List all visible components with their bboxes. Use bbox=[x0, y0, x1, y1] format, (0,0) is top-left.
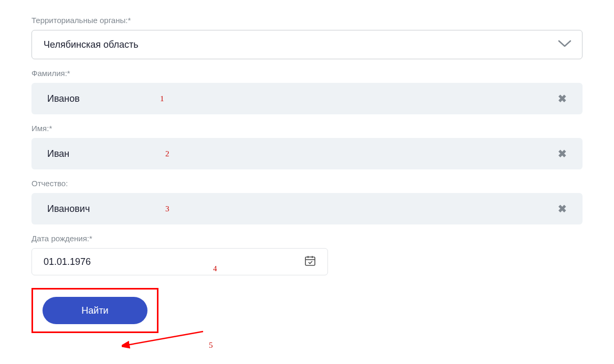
clear-patronymic-icon[interactable]: ✖ bbox=[558, 202, 567, 215]
search-button[interactable]: Найти bbox=[43, 297, 147, 324]
firstname-value: Иван bbox=[47, 148, 558, 159]
territory-select[interactable]: Челябинская область bbox=[31, 30, 583, 59]
svg-line-4 bbox=[127, 331, 203, 345]
birthdate-label: Дата рождения:* bbox=[31, 234, 583, 243]
patronymic-input[interactable]: Иванович 3 ✖ bbox=[31, 193, 583, 224]
birthdate-input[interactable]: 01.01.1976 4 bbox=[31, 248, 328, 275]
svg-rect-0 bbox=[305, 257, 315, 265]
lastname-label: Фамилия:* bbox=[31, 69, 583, 78]
chevron-down-icon bbox=[558, 39, 571, 50]
clear-lastname-icon[interactable]: ✖ bbox=[558, 92, 567, 105]
firstname-input[interactable]: Иван 2 ✖ bbox=[31, 138, 583, 169]
territory-label: Территориальные органы:* bbox=[31, 16, 583, 25]
lastname-input[interactable]: Иванов 1 ✖ bbox=[31, 83, 583, 114]
birthdate-value: 01.01.1976 bbox=[44, 256, 304, 267]
calendar-icon[interactable] bbox=[304, 255, 316, 269]
annotation-5: 5 bbox=[209, 341, 213, 349]
lastname-value: Иванов bbox=[47, 93, 558, 104]
patronymic-value: Иванович bbox=[47, 204, 558, 215]
firstname-label: Имя:* bbox=[31, 124, 583, 133]
submit-highlight-box: Найти bbox=[31, 288, 158, 333]
patronymic-label: Отчество: bbox=[31, 179, 583, 188]
territory-value: Челябинская область bbox=[44, 39, 139, 50]
clear-firstname-icon[interactable]: ✖ bbox=[558, 147, 567, 160]
